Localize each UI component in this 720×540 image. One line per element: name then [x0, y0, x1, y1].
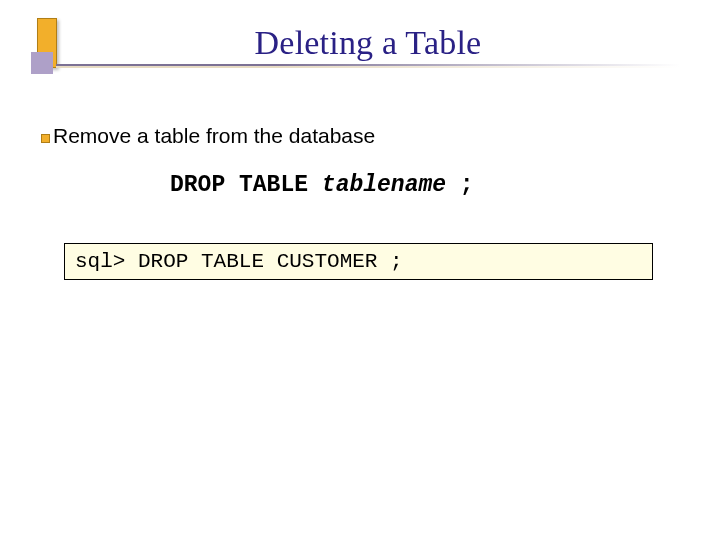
- accent-gold-bar: [37, 18, 57, 68]
- bullet-icon: [41, 134, 50, 143]
- syntax-terminator: ;: [446, 172, 474, 198]
- accent-lavender-square: [31, 52, 53, 74]
- syntax-keyword: DROP TABLE: [170, 172, 322, 198]
- title-area: Deleting a Table: [56, 24, 680, 66]
- slide-title: Deleting a Table: [56, 24, 680, 64]
- title-underline: [56, 64, 680, 66]
- code-example-text: sql> DROP TABLE CUSTOMER ;: [75, 250, 403, 273]
- code-example-box: sql> DROP TABLE CUSTOMER ;: [64, 243, 653, 280]
- intro-text: Remove a table from the database: [53, 124, 375, 148]
- syntax-line: DROP TABLE tablename ;: [170, 172, 474, 198]
- syntax-param: tablename: [322, 172, 446, 198]
